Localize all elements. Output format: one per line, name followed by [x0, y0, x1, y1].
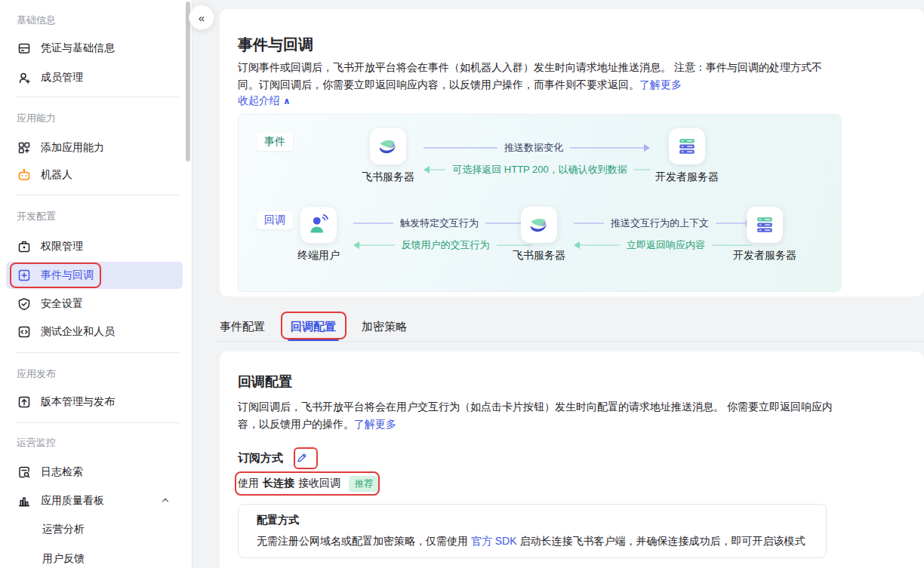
sidebar-item-label: 成员管理	[41, 71, 83, 84]
tab-event-config[interactable]: 事件配置	[220, 318, 265, 335]
sidebar-item-label: 测试企业和人员	[41, 325, 115, 339]
node-label: 终端用户	[297, 249, 340, 263]
node-label: 开发者服务器	[733, 249, 796, 263]
callback-config-card: 回调配置 订阅回调后，飞书开放平台将会在用户交互行为（如点击卡片按钮）发生时向配…	[220, 352, 924, 568]
arrow-left-icon	[353, 241, 359, 249]
tabs-divider	[214, 341, 924, 342]
robot-icon	[17, 167, 32, 183]
sidebar-item-label: 版本管理与发布	[41, 395, 115, 409]
sidebar-divider	[15, 97, 180, 97]
feishu-server-node-2: 飞书服务器	[505, 207, 573, 263]
tab-callback-config[interactable]: 回调配置	[291, 318, 336, 335]
page-title: 事件与回调	[238, 35, 313, 55]
config-tabs: 事件配置 回调配置 加密策略	[220, 318, 407, 335]
page-description: 订阅事件或回调后，飞书开放平台将会在事件（如机器人入群）发生时向请求地址推送消息…	[238, 59, 842, 94]
feishu-server-node: 飞书服务器	[354, 128, 422, 184]
code-icon	[17, 324, 32, 339]
callback-back1-label: 反馈用户的交互行为	[395, 238, 497, 252]
sidebar-item-user-feedback[interactable]: 用户反馈	[6, 545, 183, 568]
sidebar-item-label: 添加应用能力	[41, 141, 104, 155]
learn-more-link[interactable]: 了解更多	[639, 78, 682, 91]
chevron-up-icon[interactable]	[160, 495, 171, 508]
sidebar-section-capabilities: 应用能力	[17, 111, 56, 126]
event-tag: 事件	[257, 133, 293, 151]
sidebar-item-label: 日志检索	[41, 465, 83, 479]
callback-forward1-label: 触发特定交互行为	[393, 216, 485, 230]
event-callback-icon	[17, 268, 32, 283]
callback-config-description-text: 订阅回调后，飞书开放平台将会在用户交互行为（如点击卡片按钮）发生时向配置的请求地…	[238, 401, 833, 430]
config-method-description: 无需注册公网域名或配置加密策略，仅需使用 官方 SDK 启动长连接飞书客户端，并…	[257, 535, 808, 548]
sidebar-item-credentials[interactable]: 凭证与基础信息	[6, 35, 183, 62]
sidebar: 基础信息 凭证与基础信息 成员管理 应用能力 添加应用能力 机器人	[0, 0, 192, 568]
upload-icon	[17, 395, 32, 410]
collapse-intro-link[interactable]: 收起介绍∧	[238, 94, 291, 108]
sidebar-item-test-company[interactable]: 测试企业和人员	[6, 318, 183, 345]
official-sdk-link[interactable]: 官方 SDK	[471, 535, 517, 547]
page-description-text: 订阅事件或回调后，飞书开放平台将会在事件（如机器人入群）发生时向请求地址推送消息…	[238, 61, 822, 91]
server-icon	[747, 207, 783, 243]
subscribe-mode: 长连接	[263, 477, 294, 490]
permission-icon	[17, 239, 32, 254]
sidebar-item-version-release[interactable]: 版本管理与发布	[6, 388, 183, 416]
end-user-node: 终端用户	[285, 207, 353, 263]
pencil-icon	[295, 451, 309, 465]
subscribe-prefix: 使用	[238, 477, 259, 490]
edit-subscribe-button[interactable]	[294, 450, 310, 466]
server-icon	[669, 128, 705, 164]
node-label: 飞书服务器	[362, 170, 414, 184]
sidebar-divider	[15, 422, 180, 423]
member-add-icon	[17, 70, 32, 85]
sidebar-divider	[15, 352, 180, 353]
sidebar-item-label: 应用质量看板	[41, 494, 104, 508]
sidebar-divider	[15, 195, 180, 195]
collapse-icon: «	[199, 11, 205, 24]
subscribe-mode-line: 使用 长连接 接收回调 推荐	[238, 473, 379, 494]
tab-label: 回调配置	[291, 320, 336, 333]
sidebar-collapse-button[interactable]: «	[189, 5, 214, 30]
sidebar-item-members[interactable]: 成员管理	[6, 64, 183, 91]
sidebar-section-basic-info: 基础信息	[17, 13, 56, 28]
event-forward-label: 推送数据变化	[497, 141, 570, 155]
events-callbacks-card: 事件与回调 订阅事件或回调后，飞书开放平台将会在事件（如机器人入群）发生时向请求…	[220, 9, 924, 296]
shield-check-icon	[17, 296, 32, 312]
sidebar-item-events-callbacks[interactable]: 事件与回调	[6, 262, 183, 289]
sidebar-item-security[interactable]: 安全设置	[6, 290, 183, 318]
config-method-title: 配置方式	[257, 514, 808, 527]
collapse-intro-label: 收起介绍	[238, 94, 280, 106]
sidebar-item-quality-dashboard[interactable]: 应用质量看板	[6, 487, 183, 514]
log-search-icon	[17, 465, 32, 480]
config-method-card: 配置方式 无需注册公网域名或配置加密策略，仅需使用 官方 SDK 启动长连接飞书…	[238, 504, 827, 558]
arrow-left-icon	[574, 241, 580, 249]
callback-back2-label: 立即返回响应内容	[620, 238, 712, 252]
add-capability-icon	[17, 140, 32, 155]
sidebar-scrollbar[interactable]	[186, 2, 190, 161]
callback-forward2-label: 推送交互行为的上下文	[604, 216, 716, 230]
sidebar-item-label: 凭证与基础信息	[41, 41, 115, 55]
developer-server-node-2: 开发者服务器	[731, 207, 799, 263]
event-callback-diagram: 事件 飞书服务器 推送数据变化	[238, 114, 842, 292]
learn-more-link[interactable]: 了解更多	[354, 418, 396, 430]
sidebar-item-add-capability[interactable]: 添加应用能力	[6, 134, 183, 161]
sidebar-section-monitor: 运营监控	[17, 435, 56, 450]
feishu-logo-icon	[370, 128, 406, 164]
config-desc-before: 无需注册公网域名或配置加密策略，仅需使用	[257, 535, 471, 547]
sidebar-item-bot[interactable]: 机器人	[6, 161, 183, 189]
bar-chart-icon	[17, 493, 32, 508]
arrow-right-icon	[644, 144, 650, 152]
tab-encryption-policy[interactable]: 加密策略	[362, 318, 407, 335]
arrow-left-icon	[424, 166, 430, 173]
node-label: 飞书服务器	[513, 249, 565, 263]
sidebar-section-release: 应用发布	[17, 367, 56, 382]
sidebar-item-label: 事件与回调	[41, 269, 94, 282]
sidebar-item-operation-analysis[interactable]: 运营分析	[6, 516, 183, 543]
subscribe-method-row: 订阅方式	[238, 450, 310, 466]
sidebar-item-label: 运营分析	[42, 523, 85, 536]
main-content: 事件与回调 订阅事件或回调后，飞书开放平台将会在事件（如机器人入群）发生时向请求…	[192, 0, 924, 568]
user-icon	[300, 207, 337, 243]
sidebar-item-log-search[interactable]: 日志检索	[6, 459, 183, 486]
callback-config-description: 订阅回调后，飞书开放平台将会在用户交互行为（如点击卡片按钮）发生时向配置的请求地…	[238, 398, 842, 433]
sidebar-item-label: 安全设置	[41, 297, 83, 311]
feishu-logo-icon	[521, 207, 557, 243]
sidebar-item-permissions[interactable]: 权限管理	[6, 233, 183, 260]
app-root: 基础信息 凭证与基础信息 成员管理 应用能力 添加应用能力 机器人	[0, 0, 924, 568]
